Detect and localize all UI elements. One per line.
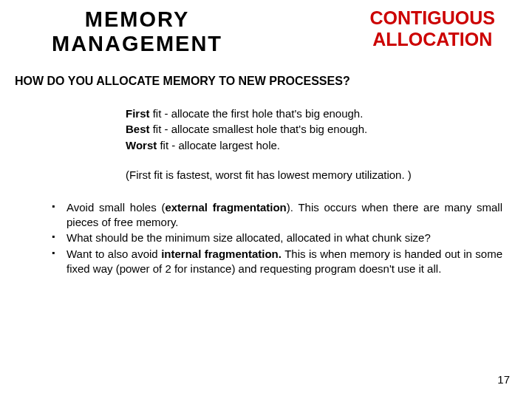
fit-strategies-list: First fit - allocate the first hole that…: [126, 106, 510, 154]
bullet-list: Avoid small holes (external fragmentatio…: [52, 200, 502, 276]
fit-note: (First fit is fastest, worst fit has low…: [126, 168, 510, 181]
fit-item-best: Best fit - allocate smallest hole that's…: [126, 121, 510, 137]
fit-desc: fit - allocate largest hole.: [157, 139, 280, 151]
title-left-line1: MEMORY: [85, 7, 189, 31]
fit-name: Worst: [126, 139, 157, 151]
title-right: CONTIGUOUS ALLOCATION: [370, 7, 510, 50]
fit-name: Best: [126, 123, 150, 135]
list-item: Avoid small holes (external fragmentatio…: [52, 200, 502, 231]
title-right-line1: CONTIGUOUS: [370, 7, 495, 28]
bullet-text-bold: internal fragmentation.: [161, 248, 282, 260]
page-number: 17: [497, 373, 510, 386]
fit-desc: fit - allocate smallest hole that's big …: [150, 123, 368, 135]
bullet-text-pre: What should be the minimum size allocate…: [66, 231, 431, 244]
bullet-text-bold: external fragmentation: [165, 201, 286, 214]
fit-desc: fit - allocate the first hole that's big…: [150, 107, 364, 120]
list-item: Want to also avoid internal fragmentatio…: [52, 247, 502, 277]
slide-header: MEMORY MANAGEMENT CONTIGUOUS ALLOCATION: [22, 7, 510, 57]
title-left-line2: MANAGEMENT: [52, 32, 222, 55]
title-right-line2: ALLOCATION: [372, 29, 492, 50]
list-item: What should be the minimum size allocate…: [52, 231, 502, 245]
bullet-text-pre: Avoid small holes (: [66, 201, 165, 214]
title-left: MEMORY MANAGEMENT: [22, 7, 222, 57]
fit-name: First: [126, 107, 150, 120]
fit-item-first: First fit - allocate the first hole that…: [126, 106, 510, 122]
question-heading: HOW DO YOU ALLOCATE MEMORY TO NEW PROCES…: [15, 75, 510, 88]
fit-item-worst: Worst fit - allocate largest hole.: [126, 137, 510, 154]
bullet-text-pre: Want to also avoid: [66, 248, 161, 260]
